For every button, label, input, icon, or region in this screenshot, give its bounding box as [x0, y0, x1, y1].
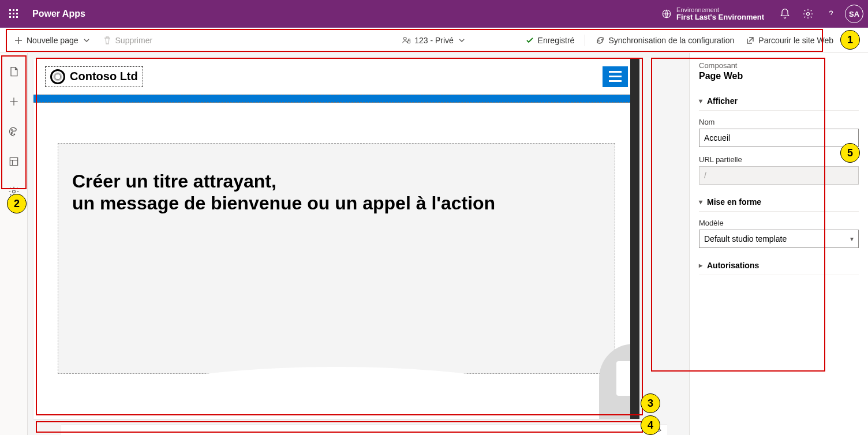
- separator: [585, 35, 585, 46]
- saved-status: Enregistré: [521, 32, 579, 48]
- new-page-label: Nouvelle page: [27, 36, 78, 45]
- notifications-icon[interactable]: [773, 2, 796, 25]
- app-name: Power Apps: [32, 9, 85, 19]
- section-permissions-label: Autorisations: [707, 261, 759, 270]
- field-name-label: Nom: [699, 118, 859, 126]
- svg-rect-3: [9, 13, 11, 14]
- svg-rect-8: [16, 16, 18, 18]
- svg-rect-17: [10, 158, 17, 165]
- canvas-wrap: Contoso Ltd Créer un titre attrayant, un…: [28, 53, 689, 435]
- field-url-label: URL partielle: [699, 155, 859, 164]
- hero-title[interactable]: Créer un titre attrayant, un message de …: [72, 170, 511, 215]
- app-launcher-icon[interactable]: [5, 5, 23, 23]
- user-avatar[interactable]: SA: [845, 5, 863, 23]
- chevron-down-icon: [457, 36, 466, 45]
- saved-label: Enregistré: [538, 36, 575, 45]
- code-toggle-icon[interactable]: </>: [652, 426, 661, 434]
- chevron-down-icon: ▾: [699, 97, 702, 105]
- section-permissions[interactable]: ▸ Autorisations: [699, 256, 859, 275]
- delete-button: Supprimer: [98, 32, 158, 48]
- checkmark-icon: [525, 36, 534, 45]
- chevron-right-icon: ▸: [699, 261, 702, 269]
- field-name-input[interactable]: [699, 129, 859, 147]
- chevron-down-icon: [82, 36, 91, 45]
- env-value: First Last's Environment: [676, 13, 764, 21]
- main-area: Contoso Ltd Créer un titre attrayant, un…: [0, 53, 868, 435]
- toolbelt: [0, 53, 28, 435]
- chevron-down-icon: ▾: [699, 198, 702, 206]
- help-icon[interactable]: [820, 2, 843, 25]
- canvas[interactable]: Contoso Ltd Créer un titre attrayant, un…: [33, 59, 639, 419]
- field-template-label: Modèle: [699, 219, 859, 227]
- sync-label: Synchronisation de la configuration: [608, 36, 734, 45]
- visibility-label: 123 - Privé: [414, 36, 454, 45]
- open-link-icon: [746, 36, 755, 45]
- svg-rect-4: [13, 13, 14, 14]
- svg-point-10: [807, 13, 810, 16]
- site-menu-button[interactable]: [603, 66, 628, 87]
- svg-rect-6: [9, 16, 11, 18]
- pages-icon[interactable]: [2, 60, 25, 83]
- svg-point-14: [11, 130, 12, 131]
- section-display-label: Afficher: [707, 96, 738, 106]
- svg-point-16: [14, 134, 15, 135]
- plus-icon: [14, 36, 23, 45]
- section-format-label: Mise en forme: [707, 197, 761, 207]
- add-component-icon[interactable]: [2, 90, 25, 113]
- visibility-picker[interactable]: 123 - Privé: [402, 36, 466, 45]
- svg-point-15: [11, 133, 12, 134]
- hero-section[interactable]: Créer un titre attrayant, un message de …: [58, 143, 615, 374]
- svg-rect-1: [13, 9, 14, 11]
- theme-icon[interactable]: [2, 120, 25, 143]
- environment-picker[interactable]: Environnement First Last's Environment: [661, 6, 764, 21]
- feedback-icon[interactable]: [840, 32, 859, 48]
- svg-point-18: [12, 190, 15, 193]
- svg-rect-12: [408, 40, 410, 43]
- canvas-scrollbar[interactable]: [630, 59, 639, 419]
- templates-icon[interactable]: [2, 150, 25, 173]
- logo-text: Contoso Ltd: [70, 70, 138, 83]
- browse-site-button[interactable]: Parcourir le site Web: [741, 32, 838, 48]
- section-display[interactable]: ▾ Afficher: [699, 92, 859, 111]
- field-template-value: Default studio template: [704, 234, 787, 243]
- nav-strip[interactable]: [33, 95, 639, 103]
- component-label: Composant: [699, 61, 859, 70]
- trash-icon: [103, 36, 112, 45]
- field-url-input: [699, 166, 859, 185]
- section-format[interactable]: ▾ Mise en forme: [699, 193, 859, 212]
- svg-rect-7: [13, 16, 14, 18]
- chevron-down-icon: ▾: [850, 235, 854, 243]
- field-template-select[interactable]: Default studio template ▾: [699, 230, 859, 248]
- svg-rect-5: [16, 13, 18, 14]
- svg-rect-0: [9, 9, 11, 11]
- people-lock-icon: [402, 36, 411, 45]
- settings-icon[interactable]: [796, 2, 820, 25]
- globe-icon: [661, 9, 672, 19]
- app-bar: Power Apps Environnement First Last's En…: [0, 0, 868, 28]
- command-bar: Nouvelle page Supprimer 123 - Privé Enre…: [0, 28, 868, 53]
- new-page-button[interactable]: Nouvelle page: [9, 32, 96, 48]
- delete-label: Supprimer: [115, 36, 153, 45]
- svg-rect-2: [16, 9, 18, 11]
- settings-gear-icon[interactable]: [2, 180, 25, 203]
- properties-panel: Composant Page Web ▾ Afficher Nom URL pa…: [689, 53, 868, 435]
- sync-button[interactable]: Synchronisation de la configuration: [591, 32, 739, 48]
- sync-icon: [596, 36, 605, 45]
- browse-label: Parcourir le site Web: [758, 36, 833, 45]
- env-label: Environnement: [676, 6, 764, 13]
- site-logo[interactable]: Contoso Ltd: [45, 66, 143, 87]
- code-footer-bar[interactable]: </>: [61, 425, 667, 435]
- svg-point-13: [847, 37, 850, 40]
- component-value: Page Web: [699, 71, 859, 81]
- logo-mark-icon: [50, 69, 65, 84]
- svg-point-11: [403, 37, 406, 40]
- site-header: Contoso Ltd: [33, 59, 639, 95]
